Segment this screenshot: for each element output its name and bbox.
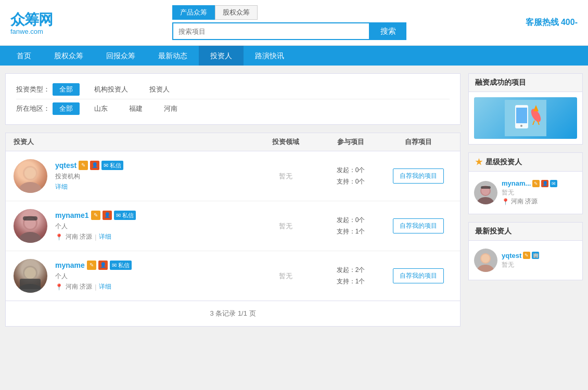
- nav-latest[interactable]: 最新动态: [147, 46, 199, 66]
- logo-sub: fanwe.com: [10, 28, 43, 35]
- latest-edit-badge[interactable]: ✎: [523, 252, 530, 259]
- person-badge[interactable]: 👤: [90, 161, 99, 170]
- hotline-label: 客服热线: [526, 18, 559, 27]
- mail-badge[interactable]: ✉ 私信: [114, 211, 136, 220]
- name-row: myname ✎ 👤 ✉ 私信: [55, 261, 254, 270]
- detail-link[interactable]: 详细: [55, 183, 68, 191]
- funded-content: [469, 92, 582, 144]
- avatar: [14, 259, 47, 293]
- latest-investor-name[interactable]: yqtest: [502, 252, 521, 259]
- investor-location: 📍 河南 济源 | 详细: [55, 232, 254, 241]
- table-row: yqtest ✎ 👤 ✉ 私信 投资机构 详细 暂无 发起：0个 支持: [6, 151, 460, 201]
- funded-projects-section: 融资成功的项目: [468, 73, 583, 145]
- recommend-cell: 自荐我的项目: [385, 218, 452, 233]
- recommend-cell: 自荐我的项目: [385, 268, 452, 283]
- investor-type: 个人: [55, 222, 254, 231]
- avatar: [14, 159, 47, 193]
- latest-avatar-svg: [474, 249, 497, 272]
- domain-cell: 暂无: [254, 172, 317, 181]
- star-mail-badge[interactable]: ✉: [550, 180, 557, 187]
- search-row: 搜索: [172, 22, 406, 40]
- nav-equity[interactable]: 股权众筹: [43, 46, 95, 66]
- filter-type-investor[interactable]: 投资人: [143, 83, 176, 96]
- star-investor-title: ★ 星级投资人: [469, 153, 582, 172]
- latest-icon-badge[interactable]: 🏢: [532, 252, 539, 259]
- tab-equity-crowdfunding[interactable]: 股权众筹: [215, 5, 258, 20]
- filter-region-options: 全部 山东 福建 河南: [53, 102, 184, 115]
- funded-projects-title: 融资成功的项目: [469, 74, 582, 92]
- location-text: 河南 济源: [66, 232, 92, 241]
- filter-type-options: 全部 机构投资人 投资人: [53, 83, 176, 96]
- filter-region-all[interactable]: 全部: [53, 102, 80, 115]
- star-person-badge[interactable]: 👤: [541, 180, 548, 187]
- svg-rect-10: [20, 279, 41, 289]
- filter-region-henan[interactable]: 河南: [157, 102, 184, 115]
- edit-badge[interactable]: ✎: [79, 161, 88, 170]
- star-title-text: 星级投资人: [485, 158, 522, 167]
- recommend-button[interactable]: 自荐我的项目: [393, 268, 444, 283]
- filter-region-fujian[interactable]: 福建: [122, 102, 149, 115]
- funded-project-image[interactable]: [474, 97, 577, 139]
- participate-start: 发起：0个: [317, 165, 385, 176]
- name-row: yqtest ✎ 👤 ✉ 私信: [55, 161, 254, 170]
- svg-point-2: [24, 167, 36, 179]
- investor-info-col: myname1 ✎ 👤 ✉ 私信 个人 📍 河南 济源 | 详细: [14, 209, 254, 243]
- svg-point-25: [481, 254, 490, 263]
- investor-details: yqtest ✎ 👤 ✉ 私信 投资机构 详细: [47, 161, 254, 191]
- latest-content: yqtest ✎ 🏢 暂无: [469, 241, 582, 280]
- main-wrapper: 投资类型： 全部 机构投资人 投资人 所在地区： 全部 山东 福建 河南: [0, 66, 588, 334]
- table-header: 投资人 投资领域 参与项目 自荐项目: [6, 133, 460, 151]
- star-location-icon: 📍: [502, 198, 509, 205]
- investor-location: 📍 河南 济源 | 详细: [55, 282, 254, 291]
- person-badge[interactable]: 👤: [103, 211, 112, 220]
- content-area: 投资类型： 全部 机构投资人 投资人 所在地区： 全部 山东 福建 河南: [5, 73, 461, 327]
- nav-reward[interactable]: 回报众筹: [95, 46, 147, 66]
- mail-badge[interactable]: ✉ 私信: [110, 261, 132, 270]
- star-investor-section: ★ 星级投资人 mynam...: [468, 152, 583, 214]
- participate-cell: 发起：0个 支持：1个: [317, 215, 385, 237]
- detail-link[interactable]: 详细: [99, 282, 111, 291]
- star-investor-item: mynam... ✎ 👤 ✉ 暂无 📍 河南 济源: [474, 177, 577, 209]
- participate-start: 发起：0个: [317, 215, 385, 226]
- star-info: mynam... ✎ 👤 ✉ 暂无 📍 河南 济源: [502, 179, 577, 206]
- nav-investor[interactable]: 投资人: [199, 46, 244, 66]
- search-button[interactable]: 搜索: [370, 22, 406, 40]
- star-content: mynam... ✎ 👤 ✉ 暂无 📍 河南 济源: [469, 172, 582, 214]
- search-tabs: 产品众筹 股权众筹: [172, 5, 258, 20]
- mail-badge[interactable]: ✉ 私信: [101, 161, 123, 170]
- filter-type-all[interactable]: 全部: [53, 83, 80, 96]
- search-input[interactable]: [172, 22, 370, 40]
- svg-point-9: [24, 267, 36, 279]
- detail-link[interactable]: 详细: [99, 232, 111, 241]
- participate-support: 支持：1个: [317, 276, 385, 288]
- person-badge[interactable]: 👤: [98, 261, 108, 270]
- recommend-button[interactable]: 自荐我的项目: [393, 218, 444, 233]
- edit-badge[interactable]: ✎: [91, 211, 100, 220]
- filter-type-institution[interactable]: 机构投资人: [87, 83, 135, 96]
- location-icon: 📍: [55, 283, 63, 291]
- investor-name[interactable]: yqtest: [55, 161, 76, 170]
- domain-cell: 暂无: [254, 222, 317, 231]
- latest-investor-item: yqtest ✎ 🏢 暂无: [474, 246, 577, 275]
- sidebar: 融资成功的项目: [468, 73, 583, 327]
- recommend-button[interactable]: 自荐我的项目: [393, 168, 444, 184]
- investor-name[interactable]: myname: [55, 261, 85, 269]
- tab-product-crowdfunding[interactable]: 产品众筹: [172, 5, 215, 20]
- star-investor-name[interactable]: mynam...: [502, 179, 531, 187]
- edit-badge[interactable]: ✎: [87, 261, 96, 270]
- star-location: 📍 河南 济源: [502, 197, 577, 206]
- latest-investor-title: 最新投资人: [469, 223, 582, 241]
- star-edit-badge[interactable]: ✎: [532, 180, 540, 187]
- star-status: 暂无: [502, 188, 577, 197]
- investor-info-col: myname ✎ 👤 ✉ 私信 个人 📍 河南 济源 | 详细: [14, 259, 254, 293]
- nav-roadshow[interactable]: 路演快讯: [244, 46, 296, 66]
- hotline-number: 400-: [561, 18, 578, 27]
- participate-cell: 发起：2个 支持：1个: [317, 265, 385, 287]
- hotline: 客服热线 400-: [526, 17, 578, 28]
- filter-region-shandong[interactable]: 山东: [87, 102, 114, 115]
- col-header-recommend: 自荐项目: [385, 137, 452, 147]
- filter-type-row: 投资类型： 全部 机构投资人 投资人: [16, 80, 450, 99]
- investor-details: myname1 ✎ 👤 ✉ 私信 个人 📍 河南 济源 | 详细: [47, 211, 254, 241]
- nav-home[interactable]: 首页: [5, 46, 43, 66]
- investor-name[interactable]: myname1: [55, 211, 89, 219]
